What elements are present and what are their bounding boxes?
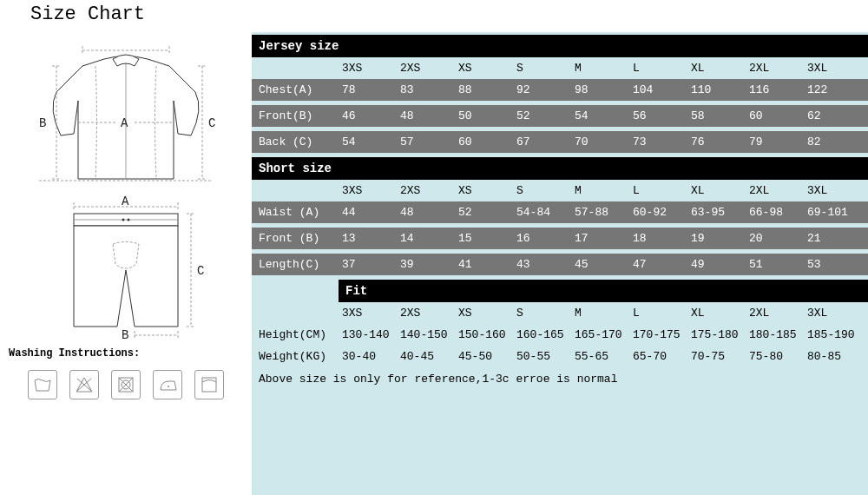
cell: 130-140 <box>339 324 397 346</box>
cell: 16 <box>513 228 571 249</box>
cell: M <box>571 302 629 324</box>
cell: 2XS <box>397 57 455 79</box>
section-header: Short size <box>252 157 868 180</box>
iron-icon <box>153 370 182 399</box>
cell: 2XS <box>397 302 455 324</box>
cell: 40-45 <box>397 346 455 367</box>
cell: 76 <box>687 131 746 153</box>
wash-icons-row <box>17 363 234 406</box>
cell: S <box>513 302 571 324</box>
cell: 54 <box>339 131 397 153</box>
cell: 83 <box>397 79 455 101</box>
section-header: Fit <box>339 280 868 302</box>
cell: 48 <box>397 201 455 223</box>
cell: 3XS <box>339 180 397 201</box>
cell: 48 <box>397 105 455 127</box>
cell: 60 <box>746 105 804 127</box>
row-label: Height(CM) <box>252 324 339 346</box>
cell: 3XL <box>804 57 862 79</box>
cell: 98 <box>571 79 629 101</box>
jersey-dim-c: C <box>208 116 215 130</box>
cell: 43 <box>513 254 571 275</box>
row-label <box>252 57 339 79</box>
page-title: Size Chart <box>0 0 868 32</box>
svg-point-18 <box>122 219 124 221</box>
cell: 14 <box>397 228 455 249</box>
cell: XL <box>687 180 746 201</box>
svg-point-19 <box>127 219 129 221</box>
cell: 3XS <box>339 57 397 79</box>
row-label <box>252 302 339 324</box>
cell: 92 <box>513 79 571 101</box>
cell: 2XL <box>746 180 804 201</box>
cell: 70-75 <box>687 346 746 367</box>
cell: 60 <box>455 131 513 153</box>
cell: 69-101 <box>804 201 862 223</box>
row-label: Waist (A) <box>252 201 339 223</box>
cell: 160-165 <box>513 324 571 346</box>
svg-point-32 <box>168 386 169 387</box>
cell: 62 <box>804 105 862 127</box>
cell: 170-175 <box>629 324 687 346</box>
jersey-dim-b: B <box>39 116 46 130</box>
no-tumble-icon <box>111 370 141 399</box>
cell: 47 <box>629 254 687 275</box>
cell: 2XL <box>746 57 804 79</box>
cell: 49 <box>687 254 746 275</box>
cell: 37 <box>339 254 397 275</box>
cell: 2XS <box>397 180 455 201</box>
cell: 58 <box>687 105 746 127</box>
row-label <box>252 180 339 201</box>
cell: 175-180 <box>687 324 746 346</box>
cell: S <box>513 180 571 201</box>
cell: M <box>571 180 629 201</box>
table-row: Waist (A)44485254-8457-8860-9263-9566-98… <box>252 201 868 223</box>
size-header-row: 3XS2XSXSSMLXL2XL3XL <box>252 180 868 201</box>
wash-basin-icon <box>28 370 57 399</box>
cell: 78 <box>339 79 397 101</box>
cell: 79 <box>746 131 804 153</box>
cell: 165-170 <box>571 324 629 346</box>
cell: 63-95 <box>687 201 746 223</box>
washing-instructions-label: Washing Instructions: <box>0 344 251 363</box>
row-label: Front (B) <box>252 228 339 249</box>
cell: 3XL <box>804 302 862 324</box>
table-row: Front(B)464850525456586062 <box>252 105 868 127</box>
row-label: Length(C) <box>252 254 339 275</box>
hang-dry-icon <box>194 370 224 399</box>
cell: 45-50 <box>455 346 513 367</box>
cell: 150-160 <box>455 324 513 346</box>
cell: 52 <box>455 201 513 223</box>
footnote: Above size is only for reference,1-3c er… <box>252 367 868 391</box>
diagrams: A B C A <box>0 31 251 415</box>
cell: 2XL <box>746 302 804 324</box>
cell: 45 <box>571 254 629 275</box>
cell: S <box>513 57 571 79</box>
cell: XS <box>455 302 513 324</box>
cell: 75-80 <box>746 346 804 367</box>
row-label: Chest(A) <box>252 79 339 101</box>
cell: XS <box>455 180 513 201</box>
cell: 15 <box>455 228 513 249</box>
size-header-row: 3XS2XSXSSMLXL2XL3XL <box>252 302 868 324</box>
short-dim-b: B <box>122 328 128 342</box>
cell: 41 <box>455 254 513 275</box>
cell: 17 <box>571 228 629 249</box>
cell: 140-150 <box>397 324 455 346</box>
cell: 54 <box>571 105 629 127</box>
cell: 44 <box>339 201 397 223</box>
jersey-dim-a: A <box>121 116 128 130</box>
cell: 21 <box>804 228 862 249</box>
cell: 3XS <box>339 302 397 324</box>
shorts-diagram: A C B <box>39 196 213 344</box>
table-row: Height(CM)130-140140-150150-160160-16516… <box>252 324 868 346</box>
short-dim-c: C <box>197 264 204 278</box>
cell: 3XL <box>804 180 862 201</box>
table-row: Chest(A)7883889298104110116122 <box>252 79 868 101</box>
section-header: Jersey size <box>252 35 868 57</box>
table-row: Weight(KG)30-4040-4545-5050-5555-6565-70… <box>252 346 868 367</box>
cell: 70 <box>571 131 629 153</box>
cell: 52 <box>513 105 571 127</box>
cell: 104 <box>629 79 687 101</box>
cell: 66-98 <box>746 201 804 223</box>
